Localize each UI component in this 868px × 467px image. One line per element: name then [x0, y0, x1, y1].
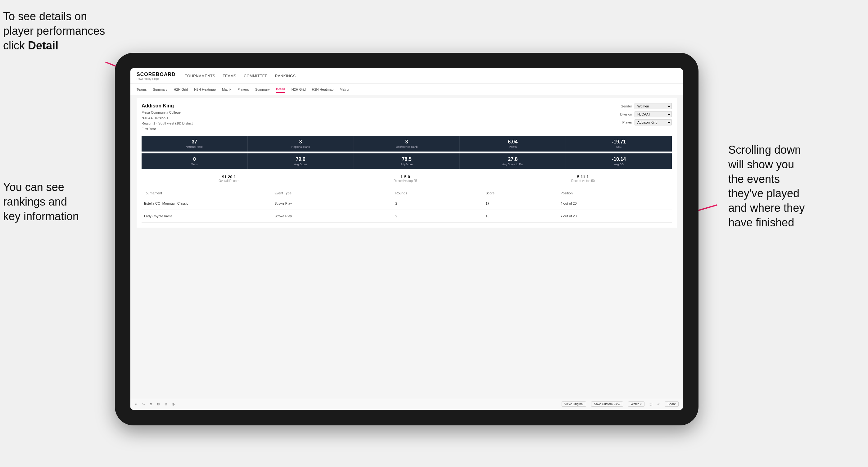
row2-tournament: Lady Coyote Invite	[142, 210, 235, 223]
division-label: Division	[614, 113, 632, 116]
stat-avg-score-to-par-label: Avg Score to Par	[461, 163, 564, 166]
tab-h2h-heatmap-2[interactable]: H2H Heatmap	[312, 86, 334, 93]
annotation-right: Scrolling down will show you the events …	[728, 143, 859, 230]
row2-empty	[235, 210, 272, 223]
expand-icon[interactable]: ⤢	[657, 402, 660, 406]
table-row: Estella CC- Mountain Classic Stroke Play…	[142, 197, 672, 210]
stat-regional-rank-value: 3	[249, 139, 352, 145]
stat-national-rank: 37 National Rank	[142, 136, 248, 152]
annotation-detail-bold: Detail	[28, 39, 58, 52]
division-select[interactable]: NJCAA I	[634, 111, 672, 117]
stat-adj-score-label: Adj Score	[355, 163, 459, 166]
stat-avg-sg-value: -10.14	[567, 156, 671, 162]
nav-teams[interactable]: TEAMS	[223, 73, 237, 80]
stat-avg-score-to-par-value: 27.8	[461, 156, 564, 162]
table-row: Lady Coyote Invite Stroke Play 2 16 7 ou…	[142, 210, 672, 223]
screen-icon[interactable]: ⬚	[649, 402, 652, 406]
tab-matrix-2[interactable]: Matrix	[340, 86, 349, 93]
tab-summary-1[interactable]: Summary	[153, 86, 167, 93]
nav-rankings[interactable]: RANKINGS	[275, 73, 296, 80]
tab-summary-2[interactable]: Summary	[255, 86, 270, 93]
annotation-rankings-line2: rankings and	[3, 195, 67, 208]
toolbar-icon3[interactable]: ⊞	[164, 402, 167, 406]
gender-label: Gender	[614, 104, 632, 108]
col-tournament: Tournament	[142, 189, 235, 197]
save-custom-btn[interactable]: Save Custom View	[591, 402, 623, 407]
stat-wins: 0 Wins	[142, 153, 248, 169]
record-top25: 1-5-0 Record vs top 25	[394, 175, 417, 183]
tab-h2h-grid-1[interactable]: H2H Grid	[174, 86, 188, 93]
annotation-bottom-left: You can see rankings and key information	[3, 180, 118, 224]
player-region: Region 1 - Southwest (18) District	[142, 121, 192, 126]
annotation-right-line4: they've played	[728, 187, 799, 200]
stat-national-rank-label: National Rank	[143, 145, 246, 148]
col-score: Score	[483, 189, 558, 197]
annotation-right-line1: Scrolling down	[728, 144, 801, 156]
annotation-right-line6: have finished	[728, 216, 794, 229]
player-filter-label: Player	[614, 121, 632, 124]
tab-h2h-grid-2[interactable]: H2H Grid	[291, 86, 306, 93]
main-content: Addison King Mesa Community College NJCA…	[130, 95, 683, 398]
stats-row2: 0 Wins 79.6 Avg Score 78.5 Adj Score 27.…	[142, 153, 672, 169]
content-inner: Addison King Mesa Community College NJCA…	[136, 98, 677, 227]
row2-score: 16	[483, 210, 558, 223]
tab-players[interactable]: Players	[238, 86, 249, 93]
tab-h2h-heatmap-1[interactable]: H2H Heatmap	[194, 86, 216, 93]
annotation-right-line5: and where they	[728, 201, 805, 214]
col-rounds: Rounds	[393, 189, 483, 197]
stat-points-value: 6.04	[461, 139, 564, 145]
row1-tournament: Estella CC- Mountain Classic	[142, 197, 235, 210]
player-select[interactable]: Addison King	[634, 119, 672, 125]
gender-select[interactable]: Women	[634, 103, 672, 109]
nav-committee[interactable]: COMMITTEE	[244, 73, 268, 80]
stat-avg-sg: -10.14 Avg SG	[566, 153, 672, 169]
row1-position: 4 out of 20	[558, 197, 672, 210]
record-overall-value: 91-20-1	[219, 175, 239, 179]
record-overall: 91-20-1 Overall Record	[219, 175, 239, 183]
toolbar-icon4[interactable]: ◷	[172, 402, 175, 406]
second-nav: Teams Summary H2H Grid H2H Heatmap Matri…	[130, 84, 683, 95]
stat-sos-label: SoS	[567, 145, 671, 148]
top-nav: SCOREBOARD Powered by clippd TOURNAMENTS…	[130, 68, 683, 84]
col-empty	[235, 189, 272, 197]
record-top50-label: Record vs top 50	[571, 179, 595, 183]
bottom-toolbar: ↩ ↪ ⊕ ⊟ ⊞ ◷ View: Original Save Custom V…	[130, 398, 683, 410]
stat-points: 6.04 Points	[460, 136, 566, 152]
nav-tournaments[interactable]: TOURNAMENTS	[185, 73, 215, 80]
col-position: Position	[558, 189, 672, 197]
stat-wins-label: Wins	[143, 163, 246, 166]
stat-points-label: Points	[461, 145, 564, 148]
toolbar-icon1[interactable]: ⊕	[150, 402, 152, 406]
toolbar-icon2[interactable]: ⊟	[157, 402, 160, 406]
row1-score: 17	[483, 197, 558, 210]
stat-regional-rank: 3 Regional Rank	[248, 136, 354, 152]
row2-rounds: 2	[393, 210, 483, 223]
player-division: NJCAA Division 1	[142, 116, 192, 121]
stat-national-rank-value: 37	[143, 139, 246, 145]
record-overall-label: Overall Record	[219, 179, 239, 183]
stat-avg-sg-label: Avg SG	[567, 163, 671, 166]
annotation-right-line3: the events	[728, 173, 780, 185]
redo-btn[interactable]: ↪	[142, 402, 145, 406]
tab-teams[interactable]: Teams	[136, 86, 147, 93]
tab-matrix-1[interactable]: Matrix	[222, 86, 231, 93]
watch-btn[interactable]: Watch ▾	[628, 402, 645, 407]
view-original-btn[interactable]: View: Original	[562, 402, 586, 407]
share-btn[interactable]: Share	[665, 402, 679, 407]
record-top50: 5-11-1 Record vs top 50	[571, 175, 595, 183]
player-name: Addison King	[142, 103, 192, 109]
annotation-top-left: To see details on player performances cl…	[3, 9, 118, 53]
stat-conference-rank: 3 Conference Rank	[354, 136, 460, 152]
tab-detail[interactable]: Detail	[276, 86, 285, 93]
stat-conference-rank-value: 3	[355, 139, 459, 145]
row1-rounds: 2	[393, 197, 483, 210]
stat-avg-score: 79.6 Avg Score	[248, 153, 354, 169]
annotation-rankings-line3: key information	[3, 210, 79, 223]
undo-btn[interactable]: ↩	[135, 402, 137, 406]
player-college: Mesa Community College	[142, 110, 192, 116]
record-top25-value: 1-5-0	[394, 175, 417, 179]
filter-player: Player Addison King	[614, 119, 672, 125]
player-year: First Year	[142, 126, 192, 132]
stat-sos: -19.71 SoS	[566, 136, 672, 152]
row1-empty	[235, 197, 272, 210]
